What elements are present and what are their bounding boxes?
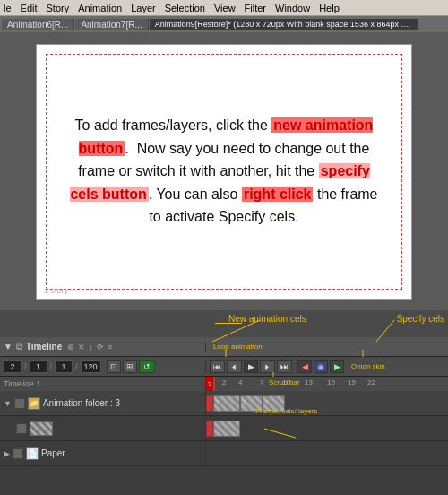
tl-icon-1[interactable]: ⊕ [67,343,74,352]
tl-ctrl-left: 2 / 1 / 1 / 120 ⊡ ⊞ ↺ [0,360,206,373]
tab-bar: Animation6[R... Animation7[R... Animatio… [0,16,448,32]
btn-next-frame[interactable]: ⏵ [260,360,275,373]
canvas-story-label: 1 story [44,286,68,295]
menu-file[interactable]: le [4,3,12,13]
layer-row-sub [0,416,448,441]
tl-icon-3[interactable]: ↕ [89,343,93,352]
menu-view[interactable]: View [214,3,236,13]
tl-icon-5[interactable]: ≡ [108,343,112,352]
ann-scrub-bar: Scrub bar [269,378,300,386]
frame-num-2: 2 [222,378,226,386]
btn-onion-next[interactable]: ▶ [330,360,344,373]
frame-sub2[interactable]: 1 [55,360,73,373]
timeline-1-label: Timeline 1 [4,379,40,388]
layer-row-folder: ▼ 📁 Animation folder : 3 1 2 3 Frames/ce… [0,391,448,416]
menu-bar: le Edit Story Animation Layer Selection … [0,0,448,16]
menu-animation[interactable]: Animation [78,3,122,13]
menu-edit[interactable]: Edit [21,3,38,13]
canvas-area: To add frames/layers, click the new anim… [0,32,448,310]
tl-controls: 2 / 1 / 1 / 120 ⊡ ⊞ ↺ ⏮ ⏴ ▶ ⏵ ⏭ ◀ ◉ ▶ On… [0,357,448,377]
layer-sub-left [0,416,206,440]
sub-cell-active[interactable] [206,421,213,437]
menu-help[interactable]: Help [319,3,340,13]
btn-prev-frame[interactable]: ⏴ [227,360,242,373]
layer-visibility-toggle[interactable] [14,398,25,409]
timeline-panel-icon: ⧉ [16,342,22,352]
frame-ruler-right: 2 2 4 7 10 13 16 19 22 Scrub bar [206,377,448,391]
frame-num-22: 22 [367,378,375,386]
highlight-new-animation: new animation button [79,117,374,156]
paper-icon: 📄 [26,447,39,460]
folder-expand-arrow[interactable]: ▼ [4,399,12,408]
layer-folder-left: ▼ 📁 Animation folder : 3 [0,391,206,415]
tab-anim9[interactable]: Animation9[Restore]* (1280 x 720px With … [150,19,418,30]
ann-loop-animation: Loop animation [213,343,263,351]
tl-loop-btn[interactable]: ↺ [139,360,155,373]
timeline-header: ▼ ⧉ Timeline ⊕ ✕ ↕ ⟳ ≡ Loop animation [0,337,448,357]
tl-btn-1[interactable]: ⊡ [107,360,121,373]
sublayer-icon [30,421,53,436]
active-frame-number: 2 [206,377,213,391]
layer-row-paper: ▶ 📄 Paper [0,441,448,466]
cell-num-3: 3 [264,398,268,406]
sub-cell-1[interactable] [213,421,240,437]
tl-icon-2[interactable]: ✕ [78,343,85,352]
menu-selection[interactable]: Selection [165,3,205,13]
tl-header-right: Loop animation [206,343,448,351]
folder-layer-name: Animation folder : 3 [43,398,120,408]
btn-onion-prev[interactable]: ◀ [297,360,312,373]
paper-layer-name: Paper [41,448,65,458]
frame-sub1[interactable]: 1 [30,360,47,373]
timeline-area: ▼ ⧉ Timeline ⊕ ✕ ↕ ⟳ ≡ Loop animation 2 … [0,337,448,495]
canvas-document: To add frames/layers, click the new anim… [36,44,412,300]
collapse-icon[interactable]: ▼ [4,342,13,352]
timeline-label: Timeline [26,342,62,352]
frame-ruler-row: Timeline 1 2 2 4 7 10 13 16 19 22 Scrub … [0,377,448,391]
sublayer-vis[interactable] [16,423,27,434]
btn-skip-end[interactable]: ⏭ [277,360,292,373]
canvas-text: To add frames/layers, click the new anim… [64,114,384,229]
btn-play[interactable]: ▶ [244,360,258,373]
tab-anim6[interactable]: Animation6[R... [2,19,74,30]
menu-window[interactable]: Window [275,3,310,13]
ann-onion-skin: Onion skin [351,362,385,370]
tl-btn-2[interactable]: ⊞ [123,360,137,373]
paper-expand-arrow[interactable]: ▶ [4,449,10,458]
highlight-specify-cels: specify cels button [70,163,369,202]
frame-num-13: 13 [305,378,313,386]
tl-header-left: ▼ ⧉ Timeline ⊕ ✕ ↕ ⟳ ≡ [0,342,206,352]
layer-paper-left: ▶ 📄 Paper [0,441,206,465]
frame-total[interactable]: 120 [81,360,101,373]
annotation-row: New animation cels Specify cels [0,310,448,337]
ann-frames-cels: Frames/cels/ layers [255,407,317,415]
cell-num-2: 2 [242,398,246,406]
menu-filter[interactable]: Filter [245,3,266,13]
frame-ruler-left: Timeline 1 [0,377,206,391]
frame-num-4: 4 [238,378,242,386]
frame-num-16: 16 [327,378,335,386]
frame-num-19: 19 [348,378,356,386]
cell-num-1: 1 [215,398,219,406]
tab-anim7[interactable]: Animation7[R... [75,19,148,30]
paper-visibility[interactable] [13,448,23,459]
tl-ctrl-right: ⏮ ⏴ ▶ ⏵ ⏭ ◀ ◉ ▶ Onion skin [206,360,448,373]
folder-icon: 📁 [28,397,40,410]
menu-story[interactable]: Story [47,3,70,13]
btn-skip-start[interactable]: ⏮ [210,360,225,373]
cell-active[interactable] [206,395,213,412]
layer-sub-right [206,416,448,440]
layer-paper-right [206,441,448,465]
highlight-right-click: right click [242,187,314,202]
frame-num-7: 7 [260,378,263,386]
ann-specify-cels: Specify cels [397,314,444,324]
btn-onion-toggle[interactable]: ◉ [314,360,328,373]
menu-layer[interactable]: Layer [131,3,156,13]
tl-icon-4[interactable]: ⟳ [97,343,104,352]
frame-current[interactable]: 2 [4,360,22,373]
layer-folder-right: 1 2 3 Frames/cels/ layers [206,391,448,415]
ann-line-new-anim [215,323,242,324]
